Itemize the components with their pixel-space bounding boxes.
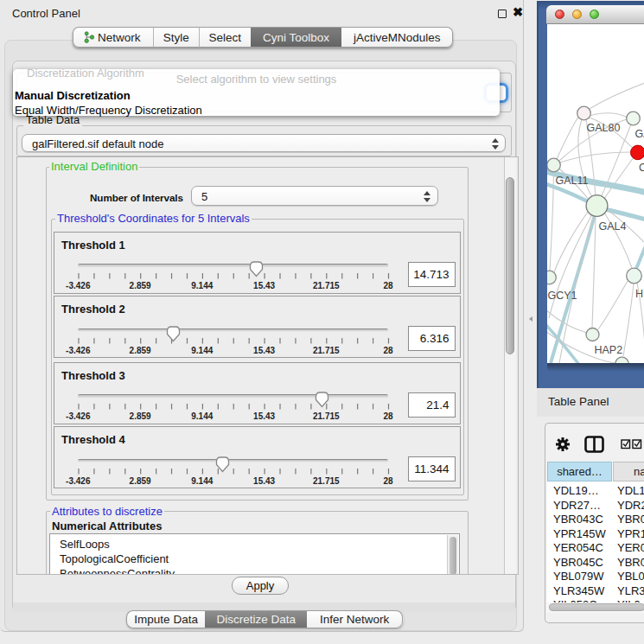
- svg-text:HI: HI: [635, 288, 644, 300]
- svg-text:GAL4: GAL4: [598, 220, 626, 233]
- svg-text:CD: CD: [639, 162, 644, 174]
- svg-text:GCY1: GCY1: [547, 290, 577, 302]
- svg-text:GA: GA: [634, 128, 644, 140]
- svg-text:GAL80: GAL80: [586, 122, 620, 134]
- svg-text:GAL11: GAL11: [555, 175, 588, 187]
- svg-text:HAP2: HAP2: [594, 344, 622, 356]
